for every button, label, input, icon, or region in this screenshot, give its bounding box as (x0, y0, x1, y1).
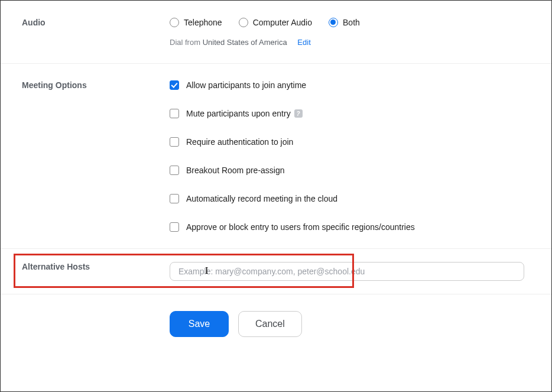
audio-label: Audio (22, 18, 170, 47)
label-approve-block: Approve or block entry to users from spe… (186, 222, 415, 232)
label-auto-record: Automatically record meeting in the clou… (186, 194, 337, 203)
meeting-options-content: Allow participants to join anytime Mute … (170, 80, 530, 232)
alt-hosts-label: Alternative Hosts (22, 262, 170, 281)
option-approve-block: Approve or block entry to users from spe… (170, 222, 530, 232)
edit-link[interactable]: Edit (297, 38, 310, 47)
save-button[interactable]: Save (170, 311, 229, 337)
option-require-auth: Require authentication to join (170, 137, 530, 147)
audio-radio-telephone[interactable]: Telephone (170, 18, 222, 27)
audio-radio-computer[interactable]: Computer Audio (239, 18, 312, 27)
option-join-anytime: Allow participants to join anytime (170, 80, 530, 90)
radio-label-computer: Computer Audio (253, 18, 312, 27)
radio-icon (239, 18, 248, 27)
button-row: Save Cancel (1, 294, 551, 354)
alt-hosts-content: I (170, 262, 530, 281)
checkbox-mute-entry[interactable] (170, 109, 179, 118)
audio-radio-row: Telephone Computer Audio Both (170, 18, 530, 27)
audio-radio-both[interactable]: Both (329, 18, 360, 27)
label-join-anytime: Allow participants to join anytime (186, 80, 306, 90)
option-breakout: Breakout Room pre-assign (170, 166, 530, 175)
alternative-hosts-section: Alternative Hosts I (1, 249, 551, 294)
label-mute-entry: Mute participants upon entry ? (186, 109, 303, 118)
alt-hosts-input[interactable] (170, 262, 524, 281)
audio-content: Telephone Computer Audio Both Dial from … (170, 18, 530, 47)
checkbox-join-anytime[interactable] (170, 80, 179, 90)
radio-label-both: Both (343, 18, 360, 27)
radio-icon (329, 18, 338, 27)
meeting-options-label: Meeting Options (22, 80, 170, 232)
label-require-auth: Require authentication to join (186, 137, 293, 147)
checkbox-require-auth[interactable] (170, 137, 179, 147)
checkbox-approve-block[interactable] (170, 222, 179, 232)
option-mute-entry: Mute participants upon entry ? (170, 109, 530, 118)
radio-label-telephone: Telephone (184, 18, 222, 27)
meeting-options-section: Meeting Options Allow participants to jo… (1, 64, 551, 249)
audio-section: Audio Telephone Computer Audio Both Dial… (1, 1, 551, 64)
dial-from-row: Dial from United States of America Edit (170, 38, 530, 47)
checkbox-breakout[interactable] (170, 166, 179, 175)
checkbox-auto-record[interactable] (170, 194, 179, 203)
label-breakout: Breakout Room pre-assign (186, 166, 285, 175)
meeting-options-list: Allow participants to join anytime Mute … (170, 80, 530, 232)
label-mute-entry-text: Mute participants upon entry (186, 109, 291, 118)
info-icon[interactable]: ? (294, 109, 303, 118)
cancel-button[interactable]: Cancel (238, 311, 302, 337)
dial-prefix: Dial from (170, 38, 200, 47)
radio-icon (170, 18, 179, 27)
option-auto-record: Automatically record meeting in the clou… (170, 194, 530, 203)
dial-country: United States of America (203, 38, 287, 47)
